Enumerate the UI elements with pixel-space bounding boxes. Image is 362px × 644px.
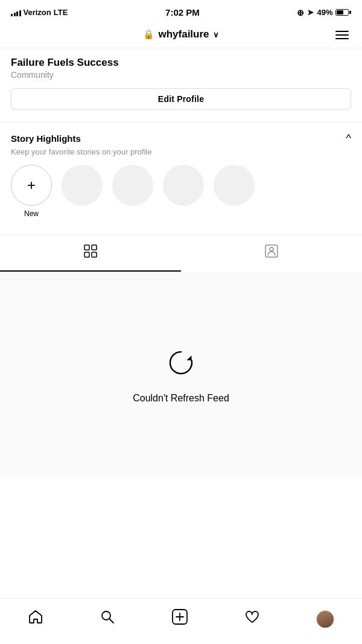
highlights-header: Story Highlights ^ xyxy=(11,132,351,145)
profile-section: Failure Fuels Success Community Edit Pro… xyxy=(0,48,362,116)
tagged-icon xyxy=(264,244,279,262)
battery-icon xyxy=(335,9,351,16)
highlights-title: Story Highlights xyxy=(11,133,81,144)
highlights-toggle-button[interactable]: ^ xyxy=(346,132,351,145)
app-header: 🔒 whyfailure ∨ xyxy=(0,22,362,48)
svg-point-5 xyxy=(270,247,273,251)
hamburger-icon xyxy=(335,38,349,39)
svg-line-8 xyxy=(110,619,114,623)
svg-rect-0 xyxy=(84,245,89,250)
home-icon xyxy=(28,609,43,629)
new-highlight-label: New xyxy=(24,209,39,218)
nav-search-button[interactable] xyxy=(97,607,118,631)
bottom-nav xyxy=(0,598,362,644)
highlight-item[interactable] xyxy=(62,165,103,218)
chevron-down-icon: ∨ xyxy=(213,30,219,39)
svg-marker-6 xyxy=(187,355,192,360)
status-time: 7:02 PM xyxy=(165,7,200,18)
refresh-icon xyxy=(165,347,197,378)
location-icon: ⊕ xyxy=(297,8,304,18)
status-bar: Verizon LTE 7:02 PM ⊕ ➤ 49% xyxy=(0,0,362,22)
highlight-circle[interactable] xyxy=(214,165,255,206)
avatar xyxy=(316,610,334,628)
navigation-icon: ➤ xyxy=(307,8,314,17)
highlights-section: Story Highlights ^ Keep your favorite st… xyxy=(0,122,362,229)
highlight-item[interactable] xyxy=(163,165,204,218)
nav-activity-button[interactable] xyxy=(242,607,262,631)
svg-rect-3 xyxy=(92,252,97,257)
tab-grid[interactable] xyxy=(0,235,181,272)
feed-error-text: Couldn't Refresh Feed xyxy=(133,393,229,404)
status-right: ⊕ ➤ 49% xyxy=(297,8,351,18)
hamburger-icon xyxy=(335,34,349,36)
highlights-subtitle: Keep your favorite stories on your profi… xyxy=(11,147,351,156)
svg-rect-1 xyxy=(92,245,97,250)
highlight-circle[interactable] xyxy=(112,165,153,206)
username-label: whyfailure xyxy=(158,28,209,40)
highlight-new-item[interactable]: + New xyxy=(11,165,52,218)
highlight-circle[interactable] xyxy=(163,165,204,206)
highlight-circle[interactable] xyxy=(62,165,103,206)
signal-icon xyxy=(11,9,21,16)
menu-button[interactable] xyxy=(333,28,351,42)
battery-percent: 49% xyxy=(317,8,332,17)
add-icon xyxy=(171,608,188,630)
highlight-item[interactable] xyxy=(214,165,255,218)
plus-icon: + xyxy=(27,178,36,193)
nav-home-button[interactable] xyxy=(25,607,46,631)
status-carrier: Verizon LTE xyxy=(11,8,68,17)
refresh-icon-container xyxy=(163,345,199,381)
profile-name: Failure Fuels Success xyxy=(11,57,351,69)
hamburger-icon xyxy=(335,31,349,32)
grid-icon xyxy=(83,244,98,262)
tab-tagged[interactable] xyxy=(181,235,362,272)
nav-profile-button[interactable] xyxy=(314,608,337,631)
search-icon xyxy=(100,609,115,629)
lock-icon: 🔒 xyxy=(143,29,154,40)
header-title[interactable]: 🔒 whyfailure ∨ xyxy=(143,28,218,40)
feed-area: Couldn't Refresh Feed xyxy=(0,272,362,477)
profile-type: Community xyxy=(11,70,351,80)
highlight-item[interactable] xyxy=(112,165,153,218)
tabs-bar xyxy=(0,235,362,272)
highlights-scroll: + New xyxy=(11,165,351,223)
nav-add-button[interactable] xyxy=(169,606,191,632)
edit-profile-button[interactable]: Edit Profile xyxy=(11,88,351,110)
heart-icon xyxy=(244,609,260,629)
new-highlight-circle[interactable]: + xyxy=(11,165,52,206)
svg-rect-2 xyxy=(84,252,89,257)
